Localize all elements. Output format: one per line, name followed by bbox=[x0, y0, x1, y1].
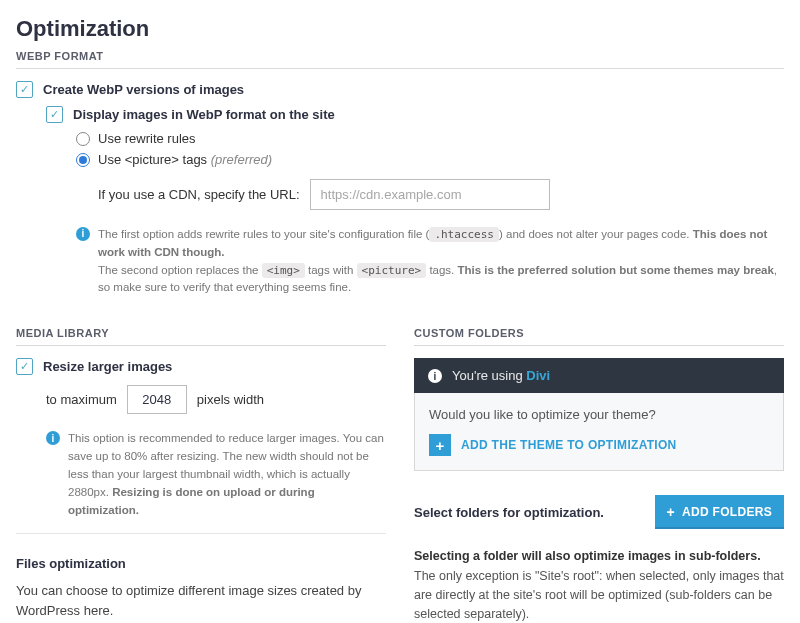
label-picture-tags: Use <picture> tags (preferred) bbox=[98, 152, 272, 167]
label-display-webp: Display images in WebP format on the sit… bbox=[73, 107, 335, 122]
section-webp-format: WEBP FORMAT bbox=[16, 50, 784, 69]
section-media-library: MEDIA LIBRARY bbox=[16, 327, 386, 346]
label-resize: Resize larger images bbox=[43, 359, 172, 374]
checkbox-resize[interactable]: ✓ bbox=[16, 358, 33, 375]
label-to-maximum: to maximum bbox=[46, 392, 117, 407]
resize-info-text: This option is recommended to reduce lar… bbox=[68, 430, 386, 519]
page-title: Optimization bbox=[16, 16, 784, 42]
info-icon: i bbox=[46, 431, 60, 445]
optimize-theme-question: Would you like to optimize your theme? bbox=[429, 407, 769, 422]
add-folders-button[interactable]: + ADD FOLDERS bbox=[655, 495, 784, 529]
files-optimization-desc: You can choose to optimize different ima… bbox=[16, 581, 386, 620]
theme-banner: i You're using Divi bbox=[414, 358, 784, 393]
info-icon: i bbox=[76, 227, 90, 241]
webp-info-text: The first option adds rewrite rules to y… bbox=[98, 226, 784, 297]
label-cdn-url: If you use a CDN, specify the URL: bbox=[98, 187, 300, 202]
max-width-input[interactable] bbox=[127, 385, 187, 414]
folders-explanation: Selecting a folder will also optimize im… bbox=[414, 547, 784, 623]
checkbox-create-webp[interactable]: ✓ bbox=[16, 81, 33, 98]
theme-name: Divi bbox=[526, 368, 550, 383]
cdn-url-input[interactable] bbox=[310, 179, 550, 210]
section-custom-folders: CUSTOM FOLDERS bbox=[414, 327, 784, 346]
radio-picture-tags[interactable] bbox=[76, 153, 90, 167]
files-optimization-heading: Files optimization bbox=[16, 556, 386, 571]
plus-icon: + bbox=[667, 504, 675, 520]
plus-icon: + bbox=[429, 434, 451, 456]
checkbox-display-webp[interactable]: ✓ bbox=[46, 106, 63, 123]
label-pixels-width: pixels width bbox=[197, 392, 264, 407]
select-folders-label: Select folders for optimization. bbox=[414, 505, 604, 520]
radio-rewrite-rules[interactable] bbox=[76, 132, 90, 146]
add-theme-button[interactable]: + ADD THE THEME TO OPTIMIZATION bbox=[429, 434, 769, 456]
label-create-webp: Create WebP versions of images bbox=[43, 82, 244, 97]
label-rewrite-rules: Use rewrite rules bbox=[98, 131, 196, 146]
info-icon: i bbox=[428, 369, 442, 383]
